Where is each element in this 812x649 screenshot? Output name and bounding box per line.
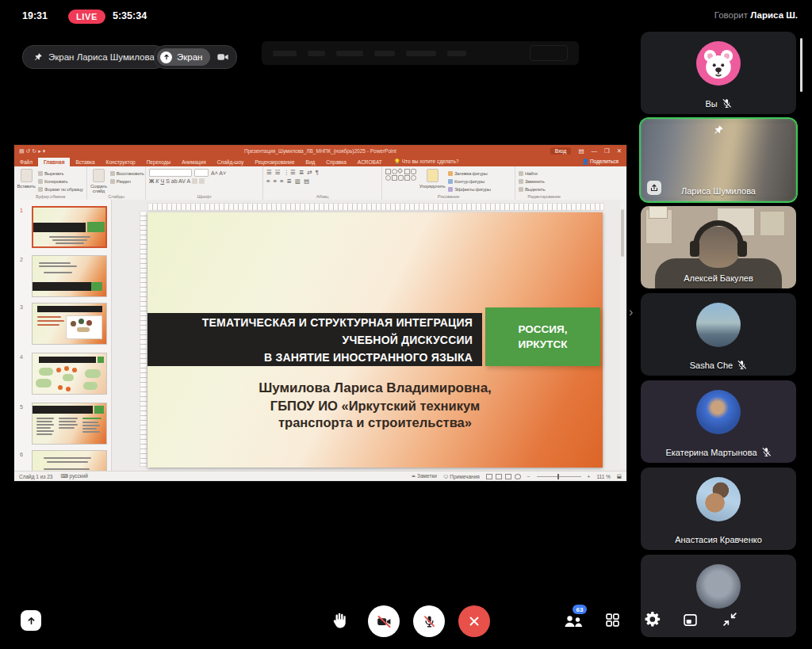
ppt-tab-review: Рецензирование [249, 158, 300, 166]
ghost-toolbar [262, 41, 579, 65]
participants-button[interactable]: 63 [561, 609, 585, 632]
avatar-sasha [696, 303, 741, 347]
minimize-view-button[interactable] [722, 611, 738, 628]
ppt-tab-transitions: Переходы [141, 158, 177, 166]
ppt-tab-file: Файл [14, 158, 38, 166]
participant-tile-larisa[interactable]: Лариса Шумилова [641, 119, 796, 201]
participant-name: Анастасия Кравченко [675, 535, 762, 544]
participant-name: Алексей Бакулев [684, 273, 753, 283]
ppt-scrollbar [620, 203, 625, 468]
ppt-language: ⌨ русский [60, 473, 88, 479]
raise-hand-icon [330, 611, 349, 630]
share-arrow-icon [25, 615, 37, 627]
ribbon-group-clipboard: Вставить Вырезать Копировать Формат по о… [14, 166, 87, 200]
ppt-tab-insert: Вставка [70, 158, 100, 166]
ppt-tellme: 💡 Что вы хотите сделать? [394, 158, 459, 166]
speaking-prefix: Говорит [714, 10, 748, 20]
ppt-vertical-ruler [140, 211, 147, 467]
slide-thumbnail-1 [32, 206, 107, 248]
picture-in-picture-icon [682, 612, 699, 628]
ppt-zoom-out: − [527, 474, 530, 479]
ppt-tab-home: Главная [38, 158, 70, 166]
camera-off-icon [376, 613, 393, 630]
settings-button[interactable] [644, 610, 662, 628]
screen-segment[interactable]: Экран [157, 48, 210, 66]
ppt-current-slide: ТЕМАТИЧЕСКАЯ И СТРУКТУРНАЯ ИНТЕГРАЦИЯ УЧ… [147, 212, 603, 468]
screen-share-icon [160, 52, 172, 63]
pin-icon [33, 52, 43, 62]
elapsed-timer: 5:35:34 [113, 10, 147, 21]
slide-thumbnail-3 [32, 303, 107, 345]
ribbon-group-slides: Создать слайд Восстановить Раздел Слайды [87, 166, 146, 200]
ppt-fit-icon: ⬓ [617, 473, 622, 479]
slide-thumbnail-4 [32, 353, 107, 395]
ribbon-group-drawing: Упорядочить Заливка фигуры Контур фигуры… [382, 166, 515, 200]
participant-tile-you[interactable]: Вы [641, 32, 796, 114]
ppt-slide-counter: Слайд 1 из 23 [19, 474, 52, 479]
participant-name: Екатерина Мартынова [665, 448, 756, 457]
mic-off-icon [422, 614, 437, 629]
speaking-name: Лариса Ш. [750, 10, 798, 20]
screen-segment-label: Экран [177, 52, 202, 62]
pinned-screen-pill[interactable]: Экран Лариса Шумилова [22, 45, 166, 69]
ppt-share-button: 👤 Поделиться [582, 158, 619, 166]
participant-tile-anastasia[interactable]: Анастасия Кравченко [641, 468, 796, 550]
ribbon-group-paragraph: ☰ ☱ ⋮☰ ≣ ⇄ ¶ ≡ ≡ ≡ ≣ ▥ ▤ Абзац [263, 166, 382, 200]
pinned-icon [713, 124, 724, 136]
ppt-slide-panel: 1 2 [14, 200, 112, 471]
grid-icon [604, 612, 621, 628]
participant-tile-sasha[interactable]: Sasha Che [641, 293, 796, 376]
avatar-ekaterina [696, 390, 741, 434]
source-toggle[interactable]: Экран [154, 45, 237, 69]
ppt-tab-animations: Анимация [176, 158, 212, 166]
ribbon-group-font: A˄ A˅ Ж К Ч S ab AV A Шрифт [146, 166, 263, 200]
ppt-statusbar: Слайд 1 из 23 ⌨ русский ≐ Заметки 🗨 Прим… [14, 471, 626, 481]
raise-hand-button[interactable] [328, 609, 350, 632]
screenshare-powerpoint-window[interactable]: ▤ ↺ ↻ ▸ ▾ Презентация_Шумилова_ЛВ_МНПК_(… [14, 145, 626, 481]
mic-muted-icon [761, 447, 772, 457]
avatar-you [696, 41, 741, 86]
collapse-arrows-icon [722, 611, 738, 628]
live-badge: LIVE [68, 10, 105, 24]
sidebar-collapse-chevron[interactable]: › [629, 306, 633, 319]
ribbon-group-editing: Найти Заменить Выделить Редактирование [515, 166, 573, 200]
slide-thumbnail-5 [32, 403, 107, 445]
mic-muted-icon [737, 360, 747, 370]
close-x-icon [467, 614, 481, 628]
bear-avatar-icon [696, 41, 741, 86]
participant-tile-ekaterina[interactable]: Екатерина Мартынова [641, 380, 796, 463]
slide-thumbnail-2 [32, 255, 107, 297]
mic-muted-icon [722, 98, 732, 109]
participant-name: Sasha Che [690, 361, 733, 370]
grid-view-button[interactable] [604, 612, 621, 628]
mic-off-button[interactable] [413, 605, 445, 637]
camera-off-button[interactable] [368, 605, 400, 637]
sidebar-scrollbar[interactable] [800, 38, 802, 92]
now-speaking: Говорит Лариса Ш. [714, 10, 798, 20]
participant-name: Вы [705, 99, 717, 109]
ppt-notes-toggle: ≐ Заметки [412, 473, 437, 479]
slide-author-block: Шумилова Лариса Владимировна, ГБПОУ ИО «… [147, 379, 603, 431]
ppt-comments-toggle: 🗨 Примечания [443, 474, 480, 479]
ppt-ribbon: Вставить Вырезать Копировать Формат по о… [14, 166, 626, 200]
ppt-tab-design: Конструктор [101, 158, 141, 166]
slide-title-band: ТЕМАТИЧЕСКАЯ И СТРУКТУРНАЯ ИНТЕГРАЦИЯ УЧ… [147, 313, 482, 366]
participant-tile-aleksey[interactable]: Алексей Бакулев [641, 206, 796, 288]
ppt-window-title: Презентация_Шумилова_ЛВ_МНПК_(ноябрь)202… [14, 148, 626, 154]
camera-segment-icon[interactable] [216, 51, 229, 63]
share-screen-button[interactable] [21, 610, 41, 631]
clock: 19:31 [22, 10, 48, 21]
ppt-tab-acrobat: ACROBAT [352, 158, 388, 166]
ppt-work-area: 1 2 [14, 200, 626, 471]
pinned-screen-label: Экран Лариса Шумилова [48, 52, 155, 62]
video-call-app: 19:31 LIVE 5:35:34 Говорит Лариса Ш. Экр… [0, 0, 812, 649]
ppt-tab-help: Справка [320, 158, 352, 166]
participant-name: Лариса Шумилова [681, 186, 756, 196]
ppt-zoom-in: + [588, 474, 591, 479]
ppt-tab-slideshow: Слайд-шоу [212, 158, 250, 166]
participant-tile-partial[interactable] [641, 555, 796, 637]
end-call-button[interactable] [458, 605, 490, 637]
ppt-tab-view: Вид [301, 158, 321, 166]
slide-location-badge: РОССИЯ, ИРКУТСК [485, 307, 600, 366]
picture-in-picture-button[interactable] [682, 612, 699, 628]
